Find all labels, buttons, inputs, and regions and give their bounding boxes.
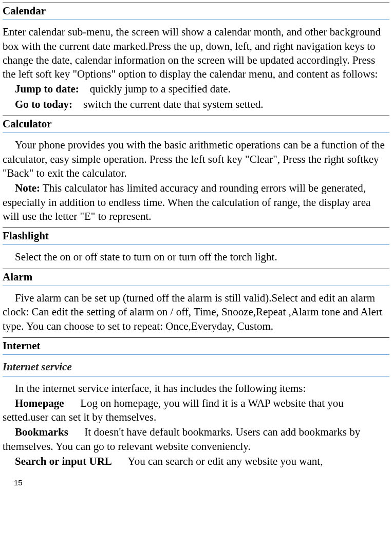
flashlight-body-text: Select the on or off state to turn on or…: [15, 251, 277, 263]
subheading-internet-service: Internet service: [3, 360, 389, 376]
heading-calendar: Calendar: [3, 3, 389, 20]
internet-bookmarks: Bookmarks It doesn't have default bookma…: [3, 425, 389, 454]
search-url-text: You can search or edit any website you w…: [112, 455, 323, 467]
heading-internet: Internet: [3, 337, 389, 355]
calendar-body-text: Enter calendar sub-menu, the screen will…: [3, 26, 381, 80]
search-url-label: Search or input URL: [15, 455, 112, 467]
internet-body-text: In the internet service interface, it ha…: [15, 382, 306, 394]
calendar-goto: Go to today: switch the current date tha…: [3, 98, 389, 111]
internet-search: Search or input URL You can search or ed…: [3, 455, 389, 468]
internet-homepage: Homepage Log on homepage, you will find …: [3, 397, 389, 425]
note-text: This calculator has limited accuracy and…: [3, 182, 370, 222]
heading-calculator: Calculator: [3, 116, 389, 133]
calculator-note: Note: This calculator has limited accura…: [3, 181, 389, 223]
alarm-body: Five alarm can be set up (turned off the…: [3, 291, 389, 333]
go-to-today-label: Go to today:: [15, 98, 72, 110]
homepage-label: Homepage: [15, 397, 64, 409]
calculator-body: Your phone provides you with the basic a…: [3, 138, 389, 180]
internet-body: In the internet service interface, it ha…: [3, 382, 389, 395]
go-to-today-text: switch the current date that system sett…: [72, 98, 263, 110]
calculator-body-text: Your phone provides you with the basic a…: [3, 138, 389, 180]
bookmarks-label: Bookmarks: [15, 426, 68, 438]
heading-flashlight: Flashlight: [3, 228, 389, 245]
jump-to-date-text: quickly jump to a specified date.: [79, 83, 231, 95]
note-label: Note:: [15, 182, 40, 194]
page-number: 15: [14, 478, 389, 488]
calendar-body: Enter calendar sub-menu, the screen will…: [3, 25, 389, 81]
jump-to-date-label: Jump to date:: [15, 83, 79, 95]
flashlight-body: Select the on or off state to turn on or…: [3, 250, 389, 264]
calendar-jump: Jump to date: quickly jump to a specifie…: [3, 82, 389, 96]
heading-alarm: Alarm: [3, 269, 389, 286]
alarm-body-text: Five alarm can be set up (turned off the…: [3, 292, 383, 332]
